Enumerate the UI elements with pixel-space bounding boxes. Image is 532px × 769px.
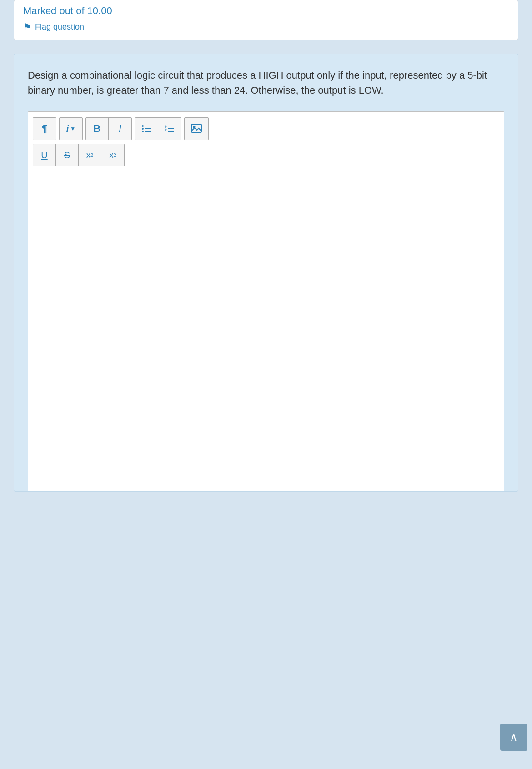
svg-point-4 [142,131,144,132]
image-button[interactable] [185,118,208,140]
toolbar-group-bold-italic: B I [85,117,132,140]
subscript-button[interactable]: x2 [79,144,101,166]
toolbar-group-text-format: U S x2 x2 [33,144,125,166]
toolbar-group-lists: 1. 2. 3. [135,117,181,140]
ordered-list-button[interactable]: 1. 2. 3. [158,118,181,140]
superscript-icon: 2 [113,152,116,158]
paragraph-button[interactable]: ¶ [33,118,56,140]
svg-rect-5 [145,131,151,132]
toolbar-row-2: U S x2 x2 [33,144,499,166]
info-dropdown-arrow: ▼ [70,126,75,132]
svg-rect-7 [168,126,174,126]
underline-button[interactable]: U [33,144,56,166]
info-label: i [66,124,69,134]
toolbar-group-info: i ▼ [59,117,83,140]
toolbar: ¶ i ▼ B I [28,112,504,172]
svg-rect-11 [168,131,174,132]
toolbar-row-1: ¶ i ▼ B I [33,117,499,140]
unordered-list-icon [141,124,151,134]
page-wrapper: Marked out of 10.00 ⚑ Flag question Desi… [0,0,532,769]
editor-container: ¶ i ▼ B I [28,111,504,491]
bold-button[interactable]: B [86,118,109,140]
question-card: Design a combinational logic circuit tha… [14,54,518,492]
svg-rect-3 [145,128,151,129]
info-button[interactable]: i ▼ [60,118,82,140]
scroll-top-icon: ∧ [510,731,518,744]
unordered-list-button[interactable] [135,118,158,140]
subscript-icon: 2 [90,152,93,158]
question-text: Design a combinational logic circuit tha… [28,68,504,98]
svg-point-2 [142,128,144,130]
superscript-button[interactable]: x2 [101,144,124,166]
ordered-list-icon: 1. 2. 3. [165,124,175,134]
svg-rect-1 [145,126,151,126]
top-card: Marked out of 10.00 ⚑ Flag question [14,0,518,40]
svg-rect-9 [168,128,174,129]
flag-icon: ⚑ [23,21,31,32]
toolbar-group-paragraph: ¶ [33,117,56,140]
scroll-top-button[interactable]: ∧ [500,724,527,751]
italic-button[interactable]: I [109,118,131,140]
editor-content[interactable] [28,172,504,491]
flag-question-button[interactable]: ⚑ Flag question [23,21,509,32]
image-icon [191,124,202,134]
svg-rect-12 [191,124,201,132]
marked-out-label: Marked out of 10.00 [23,5,509,17]
svg-text:3.: 3. [165,130,167,133]
toolbar-group-image [184,117,209,140]
svg-point-0 [142,125,144,127]
strikethrough-button[interactable]: S [56,144,79,166]
flag-question-label: Flag question [35,22,84,32]
